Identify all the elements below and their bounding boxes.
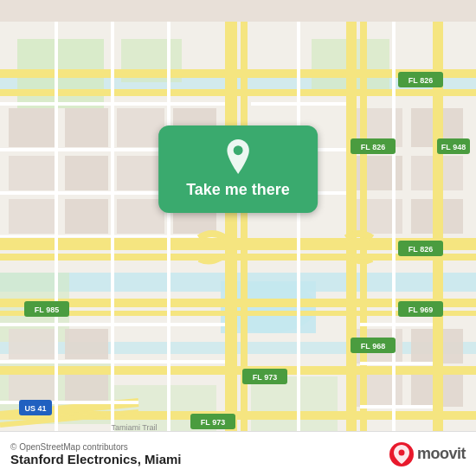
location-pin-icon (221, 139, 255, 174)
svg-text:FL 969: FL 969 (408, 306, 433, 314)
location-title: Stanford Electronics, Miami (10, 452, 182, 466)
svg-point-94 (398, 449, 404, 455)
bottom-left: © OpenStreetMap contributors Stanford El… (10, 442, 182, 466)
svg-rect-15 (117, 108, 164, 147)
map-container: FL 826 FL 826 FL 826 FL 948 FL 969 FL 97… (0, 0, 476, 476)
svg-rect-23 (117, 199, 164, 234)
svg-text:US 41: US 41 (24, 404, 46, 413)
moovit-text: moovit (417, 445, 466, 463)
cta-button-label: Take me there (186, 181, 290, 199)
svg-text:FL 985: FL 985 (35, 306, 59, 314)
svg-rect-19 (117, 156, 164, 190)
svg-rect-22 (65, 199, 108, 234)
svg-rect-49 (225, 22, 237, 454)
svg-rect-17 (9, 156, 56, 190)
svg-rect-38 (65, 372, 108, 402)
copyright-text: © OpenStreetMap contributors (10, 442, 182, 452)
svg-text:FL 826: FL 826 (408, 76, 433, 85)
svg-rect-35 (9, 329, 56, 359)
svg-text:FL 973: FL 973 (201, 418, 225, 427)
svg-rect-12 (251, 376, 338, 433)
take-me-there-button[interactable]: Take me there (158, 125, 318, 213)
svg-rect-50 (241, 22, 248, 454)
moovit-logo[interactable]: moovit (389, 442, 466, 466)
info-bar: © OpenStreetMap contributors Stanford El… (0, 431, 476, 476)
svg-text:FL 968: FL 968 (361, 342, 385, 351)
moovit-icon (389, 442, 414, 466)
svg-rect-13 (9, 108, 56, 147)
svg-text:FL 973: FL 973 (253, 373, 277, 382)
map-svg: FL 826 FL 826 FL 826 FL 948 FL 969 FL 97… (0, 0, 476, 476)
svg-point-93 (234, 145, 243, 155)
svg-rect-21 (9, 199, 56, 234)
svg-rect-14 (65, 108, 108, 147)
svg-rect-37 (9, 372, 56, 402)
svg-text:FL 826: FL 826 (361, 143, 385, 151)
svg-rect-40 (0, 89, 476, 96)
svg-rect-18 (65, 156, 108, 190)
svg-rect-45 (0, 366, 476, 375)
svg-text:FL 948: FL 948 (441, 143, 466, 151)
svg-rect-36 (65, 329, 108, 359)
svg-text:FL 826: FL 826 (408, 245, 433, 254)
